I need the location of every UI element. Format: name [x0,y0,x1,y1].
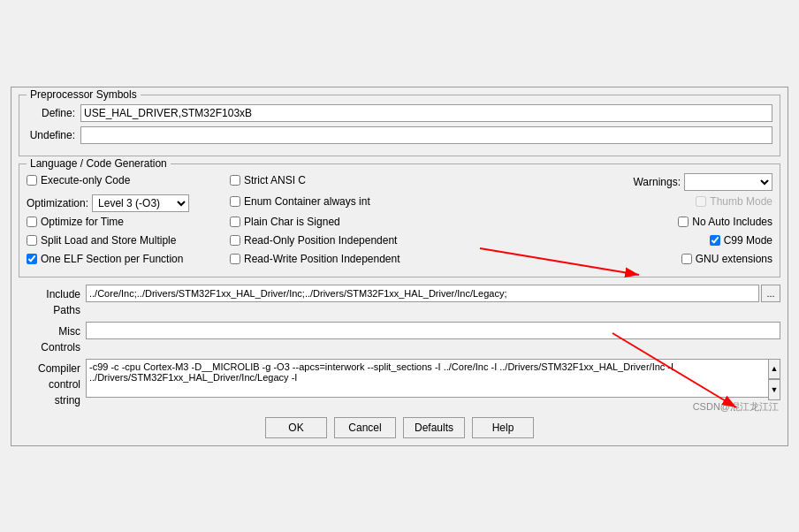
optimize-time-label: Optimize for Time [41,216,124,228]
no-auto-includes-label: No Auto Includes [692,216,772,228]
thumb-mode-checkbox[interactable] [696,196,706,207]
split-load-label: Split Load and Store Multiple [41,234,176,247]
c99-mode-checkbox[interactable] [710,235,720,246]
split-load-checkbox[interactable] [27,235,37,246]
cancel-button[interactable]: Cancel [334,417,396,438]
undefine-label: Undefine: [27,129,75,141]
plain-char-row: Plain Char is Signed [230,216,407,228]
one-elf-checkbox[interactable] [27,254,37,264]
compiler-string-label: Compilercontrolstring [19,359,80,408]
scroll-up-button[interactable]: ▲ [768,359,780,380]
execute-only-label: Execute-only Code [41,174,130,186]
strict-ansi-checkbox[interactable] [230,175,240,186]
plain-char-checkbox[interactable] [230,217,240,227]
read-only-position-row: Read-Only Position Independent [230,234,407,247]
compiler-string-textarea[interactable] [86,359,780,398]
optimization-label: Optimization: [27,197,88,209]
one-elf-row: One ELF Section per Function [27,253,221,265]
read-write-position-checkbox[interactable] [230,254,240,264]
enum-container-checkbox[interactable] [230,196,240,207]
strict-ansi-label: Strict ANSI C [244,174,306,186]
gnu-extensions-checkbox[interactable] [681,254,692,264]
optimize-time-row: Optimize for Time [27,216,221,228]
warnings-select[interactable] [684,173,772,191]
one-elf-label: One ELF Section per Function [41,253,183,265]
defaults-button[interactable]: Defaults [403,417,465,438]
strict-ansi-row: Strict ANSI C [230,174,407,186]
ok-button[interactable]: OK [265,417,327,438]
undefine-input[interactable] [80,126,772,144]
include-paths-input[interactable] [86,285,759,302]
define-label: Define: [27,107,75,119]
thumb-mode-row: Thumb Mode [696,195,772,208]
browse-button[interactable]: ... [761,285,780,302]
gnu-extensions-label: GNU extensions [696,253,772,265]
preprocessor-title: Preprocessor Symbols [27,88,141,101]
plain-char-label: Plain Char is Signed [244,216,340,228]
optimize-time-checkbox[interactable] [27,217,37,227]
no-auto-includes-row: No Auto Includes [678,216,772,228]
read-write-position-row: Read-Write Position Independent [230,253,407,265]
thumb-mode-label: Thumb Mode [710,195,772,208]
no-auto-includes-checkbox[interactable] [678,217,689,227]
watermark: CSDN@混江龙江江 [693,400,779,414]
misc-controls-label: MiscControls [19,322,80,355]
execute-only-checkbox[interactable] [27,175,37,186]
read-only-position-label: Read-Only Position Independent [244,234,397,247]
read-write-position-label: Read-Write Position Independent [244,253,400,265]
scroll-down-button[interactable]: ▼ [768,379,780,400]
enum-container-label: Enum Container always int [244,195,370,208]
warnings-label: Warnings: [633,176,681,188]
language-title: Language / Code Generation [27,157,171,170]
read-only-position-checkbox[interactable] [230,235,240,246]
optimization-select[interactable]: Level 3 (-O3) [92,194,189,212]
c99-mode-row: C99 Mode [710,234,772,247]
c99-mode-label: C99 Mode [724,234,772,247]
enum-container-row: Enum Container always int [230,195,407,208]
execute-only-row: Execute-only Code [27,174,221,186]
define-input[interactable] [80,104,772,122]
split-load-row: Split Load and Store Multiple [27,234,221,247]
misc-controls-input[interactable] [86,322,780,339]
include-paths-label: IncludePaths [19,285,80,318]
help-button[interactable]: Help [472,417,534,438]
gnu-extensions-row: GNU extensions [681,253,772,265]
